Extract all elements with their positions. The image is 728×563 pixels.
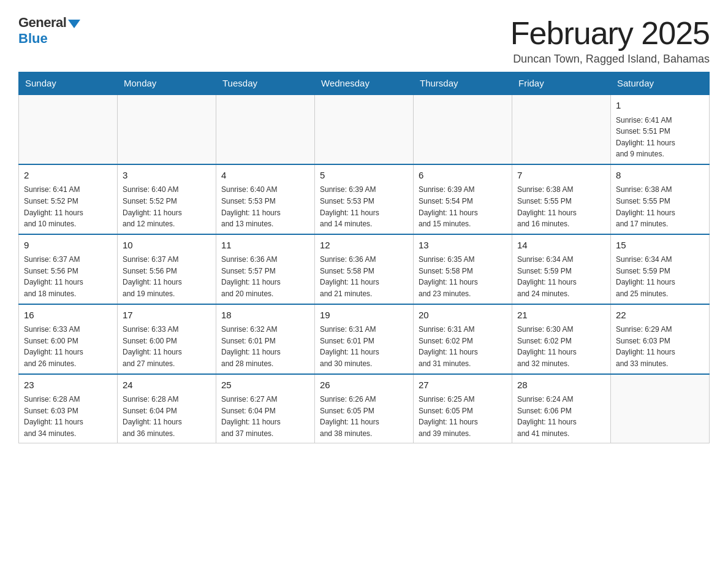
calendar-day-cell: 12Sunrise: 6:36 AM Sunset: 5:58 PM Dayli…	[315, 234, 414, 304]
day-number: 16	[24, 308, 112, 323]
day-number: 9	[24, 239, 112, 253]
day-info-text: Sunrise: 6:30 AM Sunset: 6:02 PM Dayligh…	[517, 324, 605, 369]
day-number: 11	[221, 239, 309, 253]
day-number: 15	[616, 239, 704, 253]
calendar-day-cell: 26Sunrise: 6:26 AM Sunset: 6:05 PM Dayli…	[315, 374, 414, 443]
day-number: 25	[221, 378, 309, 393]
calendar-day-cell: 6Sunrise: 6:39 AM Sunset: 5:54 PM Daylig…	[414, 164, 512, 234]
calendar-day-cell	[512, 94, 611, 164]
day-of-week-header: Monday	[118, 72, 216, 95]
calendar-day-cell: 19Sunrise: 6:31 AM Sunset: 6:01 PM Dayli…	[315, 304, 414, 374]
location-text: Duncan Town, Ragged Island, Bahamas	[510, 53, 710, 66]
calendar-day-cell: 14Sunrise: 6:34 AM Sunset: 5:59 PM Dayli…	[512, 234, 611, 304]
calendar-day-cell: 24Sunrise: 6:28 AM Sunset: 6:04 PM Dayli…	[118, 374, 216, 443]
month-title: February 2025	[510, 15, 710, 52]
day-number: 20	[419, 308, 507, 323]
day-number: 23	[24, 378, 112, 393]
calendar-day-cell: 27Sunrise: 6:25 AM Sunset: 6:05 PM Dayli…	[414, 374, 512, 443]
calendar-day-cell: 20Sunrise: 6:31 AM Sunset: 6:02 PM Dayli…	[414, 304, 512, 374]
calendar-day-cell	[216, 94, 315, 164]
logo-arrow-icon	[68, 20, 80, 28]
page-header: General Blue February 2025 Duncan Town, …	[18, 15, 710, 66]
day-info-text: Sunrise: 6:38 AM Sunset: 5:55 PM Dayligh…	[616, 184, 704, 229]
calendar-day-cell: 18Sunrise: 6:32 AM Sunset: 6:01 PM Dayli…	[216, 304, 315, 374]
day-number: 5	[320, 169, 408, 183]
calendar-day-cell	[19, 94, 118, 164]
logo-general-text: General	[18, 15, 66, 31]
day-info-text: Sunrise: 6:34 AM Sunset: 5:59 PM Dayligh…	[517, 254, 605, 299]
day-info-text: Sunrise: 6:38 AM Sunset: 5:55 PM Dayligh…	[517, 184, 605, 229]
day-number: 10	[123, 239, 211, 253]
day-info-text: Sunrise: 6:31 AM Sunset: 6:02 PM Dayligh…	[419, 324, 507, 369]
title-block: February 2025 Duncan Town, Ragged Island…	[510, 15, 710, 66]
day-number: 3	[123, 169, 211, 183]
day-info-text: Sunrise: 6:36 AM Sunset: 5:58 PM Dayligh…	[320, 254, 408, 299]
calendar-day-cell: 15Sunrise: 6:34 AM Sunset: 5:59 PM Dayli…	[611, 234, 710, 304]
day-number: 1	[616, 99, 704, 113]
calendar-day-cell: 10Sunrise: 6:37 AM Sunset: 5:56 PM Dayli…	[118, 234, 216, 304]
day-info-text: Sunrise: 6:40 AM Sunset: 5:52 PM Dayligh…	[123, 184, 211, 229]
day-number: 28	[517, 378, 605, 393]
day-info-text: Sunrise: 6:41 AM Sunset: 5:52 PM Dayligh…	[24, 184, 112, 229]
day-number: 2	[24, 169, 112, 183]
day-info-text: Sunrise: 6:40 AM Sunset: 5:53 PM Dayligh…	[221, 184, 309, 229]
calendar-header-row: SundayMondayTuesdayWednesdayThursdayFrid…	[19, 72, 710, 95]
calendar-day-cell: 16Sunrise: 6:33 AM Sunset: 6:00 PM Dayli…	[19, 304, 118, 374]
day-info-text: Sunrise: 6:32 AM Sunset: 6:01 PM Dayligh…	[221, 324, 309, 369]
day-of-week-header: Tuesday	[216, 72, 315, 95]
day-number: 21	[517, 308, 605, 323]
day-info-text: Sunrise: 6:33 AM Sunset: 6:00 PM Dayligh…	[123, 324, 211, 369]
day-info-text: Sunrise: 6:26 AM Sunset: 6:05 PM Dayligh…	[320, 394, 408, 439]
calendar-day-cell: 13Sunrise: 6:35 AM Sunset: 5:58 PM Dayli…	[414, 234, 512, 304]
day-info-text: Sunrise: 6:29 AM Sunset: 6:03 PM Dayligh…	[616, 324, 704, 369]
calendar-day-cell: 17Sunrise: 6:33 AM Sunset: 6:00 PM Dayli…	[118, 304, 216, 374]
calendar-week-row: 16Sunrise: 6:33 AM Sunset: 6:00 PM Dayli…	[19, 304, 710, 374]
day-of-week-header: Wednesday	[315, 72, 414, 95]
calendar-day-cell: 5Sunrise: 6:39 AM Sunset: 5:53 PM Daylig…	[315, 164, 414, 234]
calendar-week-row: 9Sunrise: 6:37 AM Sunset: 5:56 PM Daylig…	[19, 234, 710, 304]
day-info-text: Sunrise: 6:35 AM Sunset: 5:58 PM Dayligh…	[419, 254, 507, 299]
day-info-text: Sunrise: 6:31 AM Sunset: 6:01 PM Dayligh…	[320, 324, 408, 369]
calendar-day-cell: 4Sunrise: 6:40 AM Sunset: 5:53 PM Daylig…	[216, 164, 315, 234]
logo: General Blue	[18, 15, 80, 47]
logo-blue-text: Blue	[18, 31, 48, 47]
day-of-week-header: Sunday	[19, 72, 118, 95]
calendar-week-row: 23Sunrise: 6:28 AM Sunset: 6:03 PM Dayli…	[19, 374, 710, 443]
day-number: 24	[123, 378, 211, 393]
day-number: 4	[221, 169, 309, 183]
day-number: 6	[419, 169, 507, 183]
day-info-text: Sunrise: 6:36 AM Sunset: 5:57 PM Dayligh…	[221, 254, 309, 299]
calendar-day-cell: 2Sunrise: 6:41 AM Sunset: 5:52 PM Daylig…	[19, 164, 118, 234]
day-number: 13	[419, 239, 507, 253]
day-info-text: Sunrise: 6:39 AM Sunset: 5:54 PM Dayligh…	[419, 184, 507, 229]
calendar-day-cell: 1Sunrise: 6:41 AM Sunset: 5:51 PM Daylig…	[611, 94, 710, 164]
calendar-day-cell	[315, 94, 414, 164]
day-info-text: Sunrise: 6:27 AM Sunset: 6:04 PM Dayligh…	[221, 394, 309, 439]
calendar-day-cell: 9Sunrise: 6:37 AM Sunset: 5:56 PM Daylig…	[19, 234, 118, 304]
calendar-day-cell	[414, 94, 512, 164]
day-number: 18	[221, 308, 309, 323]
day-info-text: Sunrise: 6:28 AM Sunset: 6:03 PM Dayligh…	[24, 394, 112, 439]
day-info-text: Sunrise: 6:28 AM Sunset: 6:04 PM Dayligh…	[123, 394, 211, 439]
day-info-text: Sunrise: 6:34 AM Sunset: 5:59 PM Dayligh…	[616, 254, 704, 299]
calendar-day-cell: 3Sunrise: 6:40 AM Sunset: 5:52 PM Daylig…	[118, 164, 216, 234]
day-of-week-header: Saturday	[611, 72, 710, 95]
day-info-text: Sunrise: 6:37 AM Sunset: 5:56 PM Dayligh…	[24, 254, 112, 299]
day-number: 22	[616, 308, 704, 323]
day-info-text: Sunrise: 6:41 AM Sunset: 5:51 PM Dayligh…	[616, 115, 704, 160]
calendar-day-cell: 11Sunrise: 6:36 AM Sunset: 5:57 PM Dayli…	[216, 234, 315, 304]
day-info-text: Sunrise: 6:39 AM Sunset: 5:53 PM Dayligh…	[320, 184, 408, 229]
calendar-day-cell	[611, 374, 710, 443]
day-info-text: Sunrise: 6:24 AM Sunset: 6:06 PM Dayligh…	[517, 394, 605, 439]
day-number: 17	[123, 308, 211, 323]
calendar-day-cell: 25Sunrise: 6:27 AM Sunset: 6:04 PM Dayli…	[216, 374, 315, 443]
day-number: 7	[517, 169, 605, 183]
calendar-day-cell: 28Sunrise: 6:24 AM Sunset: 6:06 PM Dayli…	[512, 374, 611, 443]
day-number: 12	[320, 239, 408, 253]
calendar-day-cell: 7Sunrise: 6:38 AM Sunset: 5:55 PM Daylig…	[512, 164, 611, 234]
day-number: 26	[320, 378, 408, 393]
calendar-day-cell: 22Sunrise: 6:29 AM Sunset: 6:03 PM Dayli…	[611, 304, 710, 374]
day-info-text: Sunrise: 6:33 AM Sunset: 6:00 PM Dayligh…	[24, 324, 112, 369]
day-of-week-header: Thursday	[414, 72, 512, 95]
calendar-day-cell: 21Sunrise: 6:30 AM Sunset: 6:02 PM Dayli…	[512, 304, 611, 374]
